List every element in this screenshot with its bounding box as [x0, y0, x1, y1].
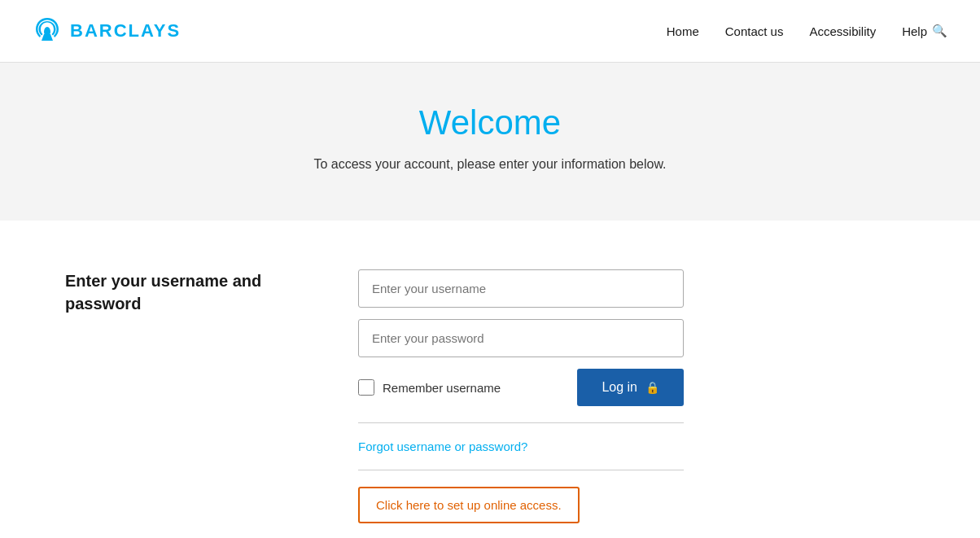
nav-accessibility[interactable]: Accessibility [809, 24, 876, 38]
nav-home[interactable]: Home [667, 24, 699, 38]
header: BARCLAYS Home Contact us Accessibility H… [0, 0, 980, 63]
divider-1 [358, 422, 684, 423]
main-content: Enter your username and password Remembe… [0, 221, 980, 538]
nav-contact-us[interactable]: Contact us [725, 24, 784, 38]
setup-online-access-link[interactable]: Click here to set up online access. [358, 487, 580, 523]
main-nav: Home Contact us Accessibility Help 🔍 [667, 24, 947, 38]
welcome-subtitle: To access your account, please enter you… [16, 157, 964, 172]
login-form-area: Remember username Log in 🔒 Forgot userna… [358, 269, 684, 523]
hero-banner: Welcome To access your account, please e… [0, 63, 980, 221]
logo-text: BARCLAYS [70, 20, 181, 42]
login-button[interactable]: Log in 🔒 [577, 369, 684, 406]
barclays-eagle-icon [33, 16, 62, 46]
form-actions-row: Remember username Log in 🔒 [358, 369, 684, 406]
remember-username-label: Remember username [383, 381, 501, 395]
form-section-label: Enter your username and password [65, 269, 293, 315]
search-icon[interactable]: 🔍 [932, 24, 947, 38]
form-label-area: Enter your username and password [65, 269, 293, 523]
nav-help[interactable]: Help [902, 24, 927, 38]
welcome-title: Welcome [16, 103, 964, 142]
remember-username-area: Remember username [358, 379, 501, 396]
username-input[interactable] [358, 269, 684, 308]
lock-icon: 🔒 [645, 381, 659, 394]
logo-area: BARCLAYS [33, 16, 181, 46]
divider-2 [358, 470, 684, 470]
nav-help-area: Help 🔍 [902, 24, 947, 38]
remember-username-checkbox[interactable] [358, 379, 374, 396]
forgot-link[interactable]: Forgot username or password? [358, 440, 684, 453]
login-button-label: Log in [602, 380, 637, 395]
password-input[interactable] [358, 319, 684, 357]
